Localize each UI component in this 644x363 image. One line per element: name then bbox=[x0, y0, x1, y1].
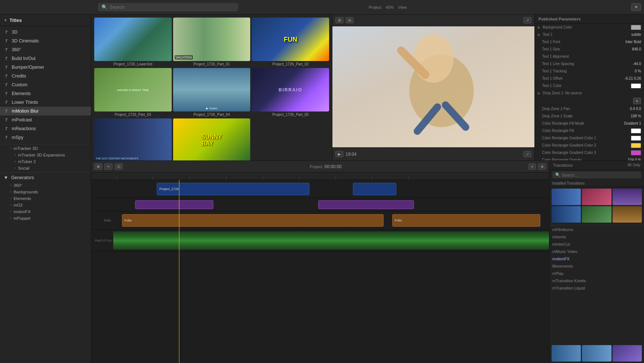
timeline-magnet-btn[interactable]: ⊡ bbox=[115, 163, 123, 170]
sidebar-item-lower-thirds[interactable]: T Lower Thirds bbox=[0, 98, 91, 107]
transition-thumbnail[interactable] bbox=[582, 345, 611, 362]
sidebar-sub-mtracker-exp[interactable]: • mTracker 3D Expansions bbox=[0, 152, 91, 158]
transition-thumbnail[interactable] bbox=[552, 345, 581, 362]
browser-item[interactable]: FUN Project_1726_Part_02 bbox=[252, 18, 329, 67]
transition-category-motionfx[interactable]: motionFX bbox=[549, 255, 644, 262]
sidebar-item-mspy[interactable]: T mSpy bbox=[0, 133, 91, 142]
browser-item[interactable]: SUNNYBAY Project_1726_Title bbox=[173, 118, 251, 160]
transition-category-minerte[interactable]: mInerte bbox=[549, 233, 644, 241]
clip[interactable]: Folio bbox=[392, 214, 541, 227]
sidebar-item-mpodcast[interactable]: T mPodcast bbox=[0, 116, 91, 124]
sidebar-item-360[interactable]: T 360° bbox=[0, 45, 91, 54]
sidebar-divider bbox=[0, 144, 91, 144]
sidebar-divider-2 bbox=[0, 172, 91, 173]
sidebar-gen-mpuppet[interactable]: • mPuppet bbox=[0, 215, 91, 222]
track-content: Project_1726 bbox=[113, 180, 549, 198]
sidebar-gen-mo2[interactable]: • mO2 bbox=[0, 202, 91, 208]
preview-export-btn[interactable]: ↗ bbox=[523, 17, 531, 23]
sidebar-sub-mtracker3d[interactable]: • mTracker 3D bbox=[0, 145, 91, 152]
transition-thumbnail[interactable] bbox=[582, 206, 611, 223]
timeline-clip-btn[interactable]: ⊞ bbox=[94, 163, 102, 170]
bullet-icon: • bbox=[10, 147, 11, 150]
play-button[interactable]: ▶ bbox=[335, 151, 343, 157]
preview-fit-btn[interactable]: ⊟ bbox=[346, 17, 354, 23]
clip[interactable]: Project_1726 bbox=[157, 183, 309, 195]
param-row-bgcolor: ▶ Background Color bbox=[535, 24, 644, 31]
clip[interactable] bbox=[135, 200, 214, 209]
timeline-zoom-btn[interactable]: ⊕ bbox=[538, 163, 546, 170]
transition-thumbnail[interactable] bbox=[582, 189, 611, 205]
color-swatch[interactable] bbox=[631, 128, 641, 133]
browser-item-label: Project_1726_Lower3rd bbox=[94, 62, 172, 67]
titles-icon: T bbox=[4, 126, 9, 131]
transition-category-mtranskinetic[interactable]: mTransition Kinetic bbox=[549, 277, 644, 284]
color-swatch[interactable] bbox=[631, 83, 641, 88]
transition-thumbnail[interactable] bbox=[552, 189, 581, 205]
drop-zone-add-btn[interactable]: + bbox=[633, 98, 641, 104]
sidebar-item-custom[interactable]: T Custom bbox=[0, 80, 91, 89]
sub-item-label: 360° bbox=[14, 183, 22, 188]
transition-category-mplay[interactable]: mPlay bbox=[549, 270, 644, 277]
preview-fullscreen-btn[interactable]: ⊞ bbox=[335, 17, 343, 23]
sidebar-item-3d[interactable]: T 3D bbox=[0, 28, 91, 37]
sidebar-gen-360[interactable]: • 360° bbox=[0, 182, 91, 189]
transitions-search[interactable]: 🔍 bbox=[552, 171, 641, 178]
sidebar-item-3d-cinematic[interactable]: T 3D Cinematic bbox=[0, 37, 91, 45]
browser-item[interactable]: BIRRAIO Project_1726_Part_05 bbox=[252, 68, 329, 117]
transition-category-mtransliquid[interactable]: mTransition Liquid bbox=[549, 284, 644, 292]
browser-item[interactable]: THE 21ST CENTURY MOTIONDVFX Project_1726… bbox=[94, 118, 172, 160]
sidebar-item-build[interactable]: T Build In/Out bbox=[0, 54, 91, 63]
search-input[interactable] bbox=[110, 4, 235, 10]
param-row-size: Text 1 Size 848.0 bbox=[535, 46, 644, 53]
sidebar-item-mreactions[interactable]: T mReactions bbox=[0, 124, 91, 133]
sidebar-item-mmotion[interactable]: T mMotion Blur bbox=[0, 107, 91, 116]
param-value: Gradient 1 bbox=[624, 121, 641, 125]
transitions-search-input[interactable] bbox=[562, 173, 638, 177]
transition-thumbnail[interactable] bbox=[552, 206, 581, 223]
color-swatch[interactable] bbox=[631, 150, 641, 155]
color-swatch[interactable] bbox=[631, 25, 641, 30]
sidebar-gen-motonfx[interactable]: • motonFX bbox=[0, 208, 91, 215]
param-row-font: Text 1 Font Inter Bold bbox=[535, 38, 644, 46]
clip[interactable]: Folio bbox=[122, 214, 384, 227]
sidebar-item-credits[interactable]: T Credits bbox=[0, 72, 91, 80]
view-label[interactable]: View bbox=[398, 5, 407, 10]
color-swatch[interactable] bbox=[631, 143, 641, 148]
bullet-icon: • bbox=[10, 184, 11, 187]
sidebar-gen-elements[interactable]: • Elements bbox=[0, 195, 91, 202]
sidebar-item-bumper[interactable]: T Bumper/Opener bbox=[0, 63, 91, 72]
sidebar-item-elements[interactable]: T Elements bbox=[0, 89, 91, 98]
clip[interactable] bbox=[353, 183, 396, 195]
browser-item[interactable]: ▶ Twitter Project_1726_Part_04 bbox=[173, 68, 251, 117]
sidebar-item-label: Build In/Out bbox=[12, 56, 35, 61]
sub-item-label: Elements bbox=[14, 196, 31, 201]
sidebar-sub-social[interactable]: • Social bbox=[0, 165, 91, 171]
transition-category-movements[interactable]: Movements bbox=[549, 262, 644, 270]
sidebar-generators-header[interactable]: ▼ Generators bbox=[0, 173, 91, 182]
transition-thumbnail[interactable] bbox=[613, 345, 642, 362]
param-value: -44.0 bbox=[633, 62, 641, 66]
browser-item[interactable]: Project_1726_Lower3rd bbox=[94, 18, 172, 67]
playhead[interactable] bbox=[179, 180, 179, 363]
window-close-button[interactable]: ✕ bbox=[631, 3, 641, 11]
timeline-view-btn[interactable]: ≡ bbox=[529, 163, 536, 170]
transition-thumbnail[interactable] bbox=[613, 189, 642, 205]
color-swatch[interactable] bbox=[631, 136, 641, 141]
sidebar-sub-mtuber[interactable]: • mTuber 2 bbox=[0, 158, 91, 165]
param-label: Color Rectangle Gradient Color 2 bbox=[538, 143, 629, 147]
sidebar-collapse-icon[interactable]: ▼ bbox=[4, 18, 7, 22]
transitions-categories-scroll[interactable]: mFilmburns mInerte mInterCut mMusic Vide… bbox=[549, 226, 644, 343]
transition-category-mfilmburns[interactable]: mFilmburns bbox=[549, 226, 644, 233]
sidebar-gen-backgrounds[interactable]: • Backgrounds bbox=[0, 189, 91, 195]
timeline-blade-btn[interactable]: ✂ bbox=[104, 163, 113, 170]
transition-category-mmusicvideo[interactable]: mMusic Video bbox=[549, 248, 644, 255]
transition-category-mintercut[interactable]: mInterCut bbox=[549, 241, 644, 248]
browser-item[interactable]: HAVING A GREAT TIME Project_1726_Part_03 bbox=[94, 68, 172, 117]
fullscreen-toggle[interactable]: ⤢ bbox=[523, 151, 531, 157]
clip[interactable] bbox=[318, 200, 414, 209]
browser-item[interactable]: VACATION Project_1726_Part_01 bbox=[173, 18, 251, 67]
sidebar-scroll[interactable]: T 3D T 3D Cinematic T 360° T Build In/Ou… bbox=[0, 26, 91, 363]
search-box[interactable]: 🔍 bbox=[98, 3, 238, 11]
params-scroll[interactable]: ▶ Background Color ▶ Text 1 subtle Text … bbox=[535, 24, 644, 160]
transition-thumbnail[interactable] bbox=[613, 206, 642, 223]
